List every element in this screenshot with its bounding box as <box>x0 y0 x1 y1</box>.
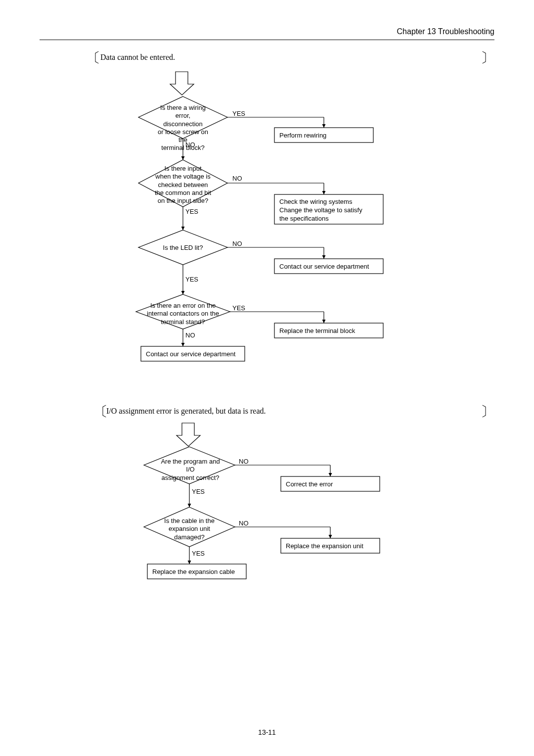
d2-yes: YES <box>185 208 198 216</box>
section2-title: I/O assignment error is generated, but d… <box>106 407 266 416</box>
d2-action: Check the wiring systems Change the volt… <box>279 198 362 223</box>
d4-final: Contact our service department <box>146 350 235 358</box>
d4-no: NO <box>185 331 195 339</box>
d1-action: Perform rewiring <box>279 132 326 140</box>
d1-text: Is there a wiring error, disconnection o… <box>156 104 210 152</box>
s2-d2-yes: YES <box>192 550 205 558</box>
d4-action: Replace the terminal block <box>279 327 355 335</box>
d1-no: NO <box>185 141 195 149</box>
s2-d1-yes: YES <box>192 488 205 496</box>
d4-text: Is there an error on the internal contac… <box>146 302 220 326</box>
d3-no: NO <box>232 240 242 248</box>
s2-d1-text: Are the program and I/O assignment corre… <box>156 458 225 482</box>
d1-yes: YES <box>232 110 245 118</box>
d4-yes: YES <box>232 304 245 312</box>
flowchart2-svg <box>0 416 534 638</box>
d3-text: Is the LED lit? <box>158 244 208 252</box>
page: Chapter 13 Troubleshooting 〔 Data cannot… <box>0 0 534 756</box>
s2-d2-no: NO <box>239 520 249 527</box>
page-number: 13-11 <box>0 728 534 736</box>
d2-no: NO <box>232 175 242 183</box>
d2-text: Is there input when the voltage is check… <box>153 165 213 205</box>
s2-d1-action: Correct the error <box>286 480 333 488</box>
d3-yes: YES <box>185 276 198 284</box>
s2-d2-text: Is the cable in the expansion unit damag… <box>160 517 219 541</box>
s2-d2-final: Replace the expansion cable <box>152 568 235 576</box>
d3-action: Contact our service department <box>279 263 369 271</box>
flowchart1-svg <box>0 0 534 366</box>
s2-d1-no: NO <box>239 458 249 466</box>
s2-d2-action: Replace the expansion unit <box>286 542 363 550</box>
